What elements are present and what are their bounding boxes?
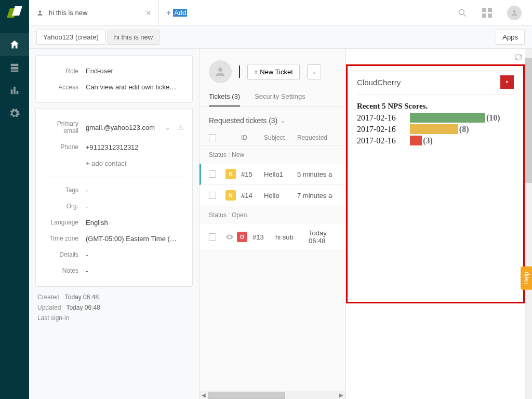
- nav-views[interactable]: [0, 56, 29, 79]
- label-details: Details: [44, 251, 86, 258]
- open-tab[interactable]: hi this is new ×: [29, 0, 159, 26]
- warning-icon: ⚠: [178, 124, 184, 131]
- row-checkbox[interactable]: [209, 233, 216, 241]
- value-tags[interactable]: -: [86, 187, 184, 194]
- chevron-down-icon: ⌄: [281, 117, 285, 124]
- cloudcherry-logo[interactable]: ✦: [500, 75, 514, 89]
- chevron-down-icon[interactable]: ⌄: [165, 124, 170, 131]
- status-badge-new: N: [225, 169, 236, 179]
- value-phone[interactable]: +9112312312312: [86, 143, 184, 151]
- col-id[interactable]: ID: [241, 134, 264, 141]
- ticket-subject: Hello: [264, 192, 295, 200]
- requested-tickets-header[interactable]: Requested tickets (3)⌄: [200, 107, 345, 130]
- breadcrumb-toolbar: Yahoo123 (create) hi this is new Apps: [29, 26, 532, 49]
- scroll-left-icon[interactable]: ◀: [200, 392, 208, 398]
- apps-grid-icon[interactable]: [482, 8, 493, 18]
- label-timezone: Time zone: [44, 235, 86, 242]
- topbar-right: [457, 6, 532, 20]
- row-checkbox[interactable]: [209, 170, 216, 178]
- new-ticket-button[interactable]: + New Ticket: [247, 64, 300, 80]
- nps-row: 2017-02-16(3): [357, 136, 514, 145]
- scrollbar-thumb[interactable]: [525, 58, 532, 183]
- cloudcherry-widget: CloudCherry ✦ Recent 5 NPS Scores. 2017-…: [346, 64, 525, 303]
- widget-title: CloudCherry: [357, 78, 401, 87]
- add-contact-link[interactable]: + add contact: [86, 159, 126, 167]
- ticket-subject: hi sub: [275, 233, 307, 241]
- new-ticket-dropdown[interactable]: ⌄: [307, 64, 321, 79]
- person-icon: [510, 9, 518, 17]
- horizontal-scrollbar[interactable]: ◀ ▶: [200, 391, 345, 399]
- nps-date: 2017-02-16: [357, 113, 410, 123]
- person-icon: [214, 65, 227, 78]
- tab-security-settings[interactable]: Security Settings: [255, 92, 305, 107]
- refresh-icon[interactable]: [514, 53, 523, 61]
- label-role: Role: [44, 68, 86, 75]
- profile-card-role: Role End-user Access Can view and edit o…: [35, 55, 193, 103]
- nav-sidebar: [0, 0, 29, 399]
- nps-bar: [410, 113, 485, 123]
- nps-value: (8): [459, 125, 469, 134]
- nps-row: 2017-02-16(8): [357, 124, 514, 134]
- svg-point-0: [459, 9, 464, 15]
- value-timezone[interactable]: (GMT-05:00) Eastern Time (…: [86, 235, 184, 243]
- ticket-row[interactable]: O #13 hi sub Today 06:48: [200, 224, 345, 250]
- label-phone: Phone: [44, 143, 86, 151]
- row-checkbox[interactable]: [209, 192, 216, 199]
- label-access: Access: [44, 84, 86, 91]
- nav-reports[interactable]: [0, 79, 29, 102]
- profile-card-contact: Primaryemail gmail.@yahoo123.com ⌄ ⚠ Pho…: [35, 108, 193, 287]
- value-details[interactable]: -: [86, 251, 184, 259]
- value-access: Can view and edit own ticke…: [86, 83, 184, 91]
- name-input-cursor[interactable]: [239, 65, 240, 78]
- tickets-table-header: ID Subject Requested: [200, 130, 345, 146]
- ticket-requested: Today 06:48: [307, 229, 336, 245]
- bars-icon: [9, 85, 20, 96]
- value-language[interactable]: English: [86, 219, 184, 227]
- scroll-right-icon[interactable]: ▶: [337, 392, 345, 398]
- breadcrumb-parent[interactable]: Yahoo123 (create): [36, 30, 105, 45]
- gear-icon: [9, 108, 20, 119]
- scrollbar-thumb[interactable]: [208, 392, 285, 399]
- select-all-checkbox[interactable]: [209, 134, 216, 141]
- apps-button[interactable]: Apps: [496, 30, 525, 45]
- nps-date: 2017-02-16: [357, 125, 410, 134]
- ticket-subject: Hello1: [264, 170, 295, 178]
- group-status-new: Status : New: [200, 146, 345, 164]
- nps-row: 2017-02-16(10): [357, 113, 514, 123]
- app-logo: [7, 6, 22, 21]
- value-notes[interactable]: -: [86, 267, 184, 275]
- nav-home[interactable]: [0, 33, 29, 56]
- ticket-row[interactable]: N #14 Hello 7 minutes a: [200, 185, 345, 206]
- tab-title: hi this is new: [49, 9, 87, 17]
- ticket-id: #15: [241, 170, 264, 178]
- home-icon: [9, 39, 20, 50]
- requester-avatar[interactable]: [209, 60, 232, 83]
- nps-date: 2017-02-16: [357, 136, 410, 145]
- tickets-column: + New Ticket ⌄ Tickets (3) Security Sett…: [199, 49, 346, 399]
- meta-updated-label: Updated: [37, 304, 61, 311]
- help-tab[interactable]: Help: [521, 267, 532, 290]
- status-badge-new: N: [225, 190, 236, 201]
- vertical-scrollbar[interactable]: [525, 49, 532, 399]
- col-subject[interactable]: Subject: [264, 134, 295, 141]
- tickets-tabs: Tickets (3) Security Settings: [200, 83, 345, 107]
- value-org[interactable]: -: [86, 203, 184, 210]
- col-requested[interactable]: Requested: [295, 134, 336, 141]
- meta-block: CreatedToday 06:48 UpdatedToday 06:48 La…: [35, 292, 193, 323]
- meta-signin-label: Last sign-in: [37, 314, 69, 322]
- add-tab[interactable]: + Add: [159, 8, 194, 18]
- nav-admin[interactable]: [0, 102, 29, 125]
- breadcrumb-current[interactable]: hi this is new: [108, 30, 159, 45]
- ticket-row[interactable]: N #15 Hello1 5 minutes a: [200, 164, 345, 185]
- profile-column: Role End-user Access Can view and edit o…: [29, 49, 199, 399]
- user-avatar[interactable]: [507, 6, 522, 20]
- tab-close[interactable]: ×: [145, 8, 151, 18]
- nps-value: (3): [423, 136, 433, 145]
- ticket-requested: 7 minutes a: [295, 192, 336, 200]
- tab-tickets[interactable]: Tickets (3): [209, 92, 240, 107]
- label-notes: Notes: [44, 267, 86, 274]
- search-icon[interactable]: [457, 8, 468, 18]
- ticket-id: #13: [252, 233, 275, 241]
- value-email[interactable]: gmail.@yahoo123.com: [86, 124, 162, 131]
- plus-icon: +: [166, 8, 171, 18]
